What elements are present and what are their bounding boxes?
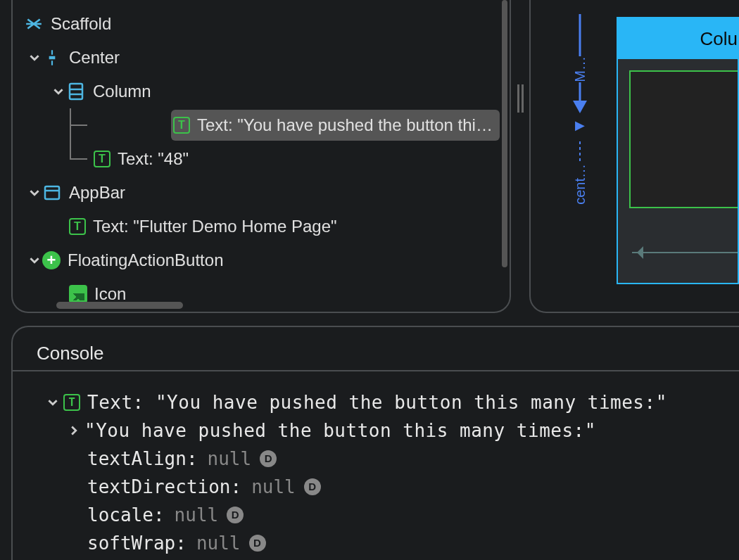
horizontal-scrollbar[interactable] <box>56 302 183 309</box>
chevron-down-icon[interactable] <box>52 85 65 98</box>
preview-header: Colu <box>618 18 738 59</box>
tree-label: Text: "Flutter Demo Home Page" <box>93 217 337 236</box>
tree-guide-icon <box>56 108 91 142</box>
widget-preview-box[interactable]: Colu <box>617 17 739 284</box>
prop-label: textAlign: <box>87 445 198 473</box>
prop-value: null <box>251 473 296 501</box>
tree-label: AppBar <box>69 183 125 203</box>
dashed-line-icon <box>579 140 581 161</box>
tree-node-text-selected[interactable]: T Text: "You have pushed the button this… <box>171 110 500 141</box>
text-icon: T <box>69 218 86 235</box>
tree-node-center[interactable]: Center <box>13 41 510 75</box>
arrow-down-icon <box>571 82 588 113</box>
axis-label-m: M… <box>572 56 588 82</box>
appbar-icon <box>42 183 62 203</box>
vertical-scrollbar[interactable] <box>502 0 507 267</box>
tree-label: Column <box>93 82 151 101</box>
chevron-down-icon[interactable] <box>28 186 41 199</box>
cross-axis-arrow-icon <box>632 252 738 253</box>
tree-node-scaffold[interactable]: Scaffold <box>13 7 510 41</box>
prop-value: null <box>208 445 252 473</box>
default-badge: D <box>227 507 244 523</box>
chevron-down-icon[interactable] <box>48 397 63 407</box>
console-prop-textalign[interactable]: textAlign: null D <box>48 445 739 473</box>
console-prop-textdirection[interactable]: textDirection: null D <box>48 473 739 501</box>
console-value-row[interactable]: "You have pushed the button this many ti… <box>48 416 739 445</box>
tree-label: Text: "You have pushed the button this … <box>197 115 500 135</box>
console-prop-locale[interactable]: locale: null D <box>48 501 739 529</box>
tree-node-appbar-text[interactable]: T Text: "Flutter Demo Home Page" <box>13 210 510 243</box>
chevron-down-icon[interactable] <box>28 254 41 267</box>
preview-inner-box <box>629 70 738 208</box>
scaffold-icon <box>24 14 44 34</box>
axis-label-cent: cent… <box>572 164 588 205</box>
column-icon <box>66 82 86 101</box>
prop-label: locale: <box>87 501 165 529</box>
panel-resize-handle[interactable] <box>515 0 528 313</box>
chevron-right-icon[interactable] <box>69 426 84 435</box>
tree-node-appbar[interactable]: AppBar <box>13 176 510 210</box>
tree-label: Text: "48" <box>118 149 189 169</box>
tree-guide-icon <box>56 142 91 176</box>
tree-node-text-48[interactable]: T Text: "48" <box>91 142 189 176</box>
image-icon <box>69 285 87 303</box>
default-badge: D <box>304 478 321 495</box>
tree-label: Center <box>69 48 120 68</box>
svg-rect-0 <box>70 84 82 99</box>
console-body: T Text: "You have pushed the button this… <box>13 370 739 557</box>
prop-label: softWrap: <box>87 529 187 557</box>
tree-label: FloatingActionButton <box>68 250 223 270</box>
layout-preview-panel: M… ▶ cent… Colu <box>529 0 739 313</box>
svg-rect-3 <box>45 186 59 199</box>
console-main-label: Text: "You have pushed the button this m… <box>87 388 667 416</box>
prop-value: null <box>175 501 219 529</box>
default-badge: D <box>260 450 277 467</box>
console-node-text[interactable]: T Text: "You have pushed the button this… <box>48 388 739 416</box>
console-panel: Console T Text: "You have pushed the but… <box>11 326 739 560</box>
tree-node-fab[interactable]: + FloatingActionButton <box>13 243 510 277</box>
main-axis-indicator: M… ▶ cent… <box>566 14 594 288</box>
text-icon: T <box>63 394 80 411</box>
tree-label: Icon <box>94 284 126 304</box>
chevron-down-icon[interactable] <box>28 51 41 64</box>
console-prop-softwrap[interactable]: softWrap: null D <box>48 529 739 557</box>
prop-label: textDirection: <box>87 473 241 501</box>
preview-header-label: Colu <box>700 28 738 50</box>
tree-node-column[interactable]: Column <box>13 75 510 108</box>
default-badge: D <box>249 535 266 552</box>
widget-tree-panel: Scaffold Center Column <box>11 0 511 313</box>
prop-value: null <box>196 529 241 557</box>
plus-circle-icon: + <box>42 251 61 269</box>
tree-label: Scaffold <box>51 14 111 34</box>
text-icon: T <box>173 117 190 134</box>
center-icon <box>42 48 62 68</box>
console-value: "You have pushed the button this many ti… <box>84 416 596 445</box>
text-icon: T <box>94 151 110 167</box>
play-icon: ▶ <box>575 117 585 133</box>
console-title: Console <box>37 343 739 364</box>
